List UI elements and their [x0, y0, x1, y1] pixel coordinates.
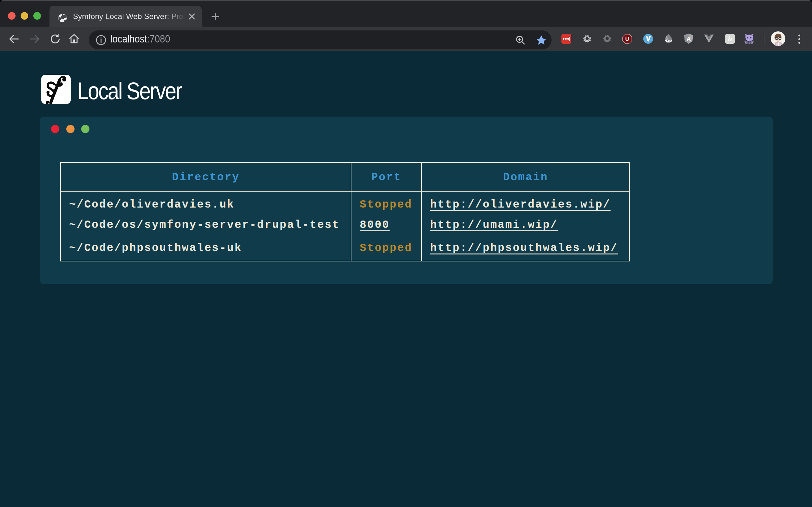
svg-text:U: U: [625, 36, 629, 42]
svg-text:h: h: [728, 35, 732, 43]
svg-text:A: A: [687, 36, 691, 42]
